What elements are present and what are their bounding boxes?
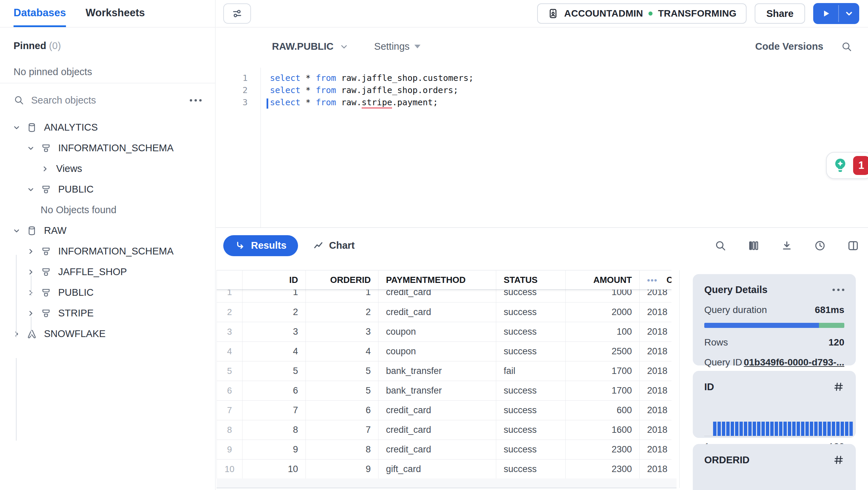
triangle-down-icon xyxy=(414,45,420,48)
histogram-bar xyxy=(722,422,725,436)
tab-worksheets[interactable]: Worksheets xyxy=(86,0,145,27)
tree-item-snowflake[interactable]: SNOWFLAKE xyxy=(0,324,215,344)
column-header-status[interactable]: STATUS xyxy=(496,270,566,290)
object-tree: ANALYTICSINFORMATION_SCHEMAViewsPUBLICNo… xyxy=(0,117,215,344)
histogram-bar xyxy=(739,422,743,436)
column-header-orderid[interactable]: ORDERID xyxy=(306,270,379,290)
orderid-histogram xyxy=(704,476,844,490)
tree-item-information-schema[interactable]: INFORMATION_SCHEMA xyxy=(0,241,215,262)
histogram-bar xyxy=(827,422,831,436)
tree-item-analytics[interactable]: ANALYTICS xyxy=(0,117,215,138)
settings-dropdown[interactable]: Settings xyxy=(374,41,420,52)
column-header-overflow[interactable]: •••CI xyxy=(640,270,672,290)
table-row[interactable]: 665bank_transfersuccess17002018 xyxy=(217,381,672,400)
chevron-down-icon[interactable] xyxy=(26,185,35,194)
warehouse-label: TRANSFORMING xyxy=(658,8,736,19)
table-row[interactable]: 776credit_cardsuccess6002018 xyxy=(217,400,672,420)
query-id-label: Query ID xyxy=(704,357,742,368)
query-duration-value: 681ms xyxy=(815,305,844,315)
chevron-down-icon[interactable] xyxy=(12,226,21,235)
editor-header-right: Code Versions xyxy=(755,41,852,52)
table-row[interactable]: 10109gift_cardsuccess23002018 xyxy=(217,459,672,478)
tree-item-label: INFORMATION_SCHEMA xyxy=(58,142,174,154)
columns-icon[interactable] xyxy=(748,240,760,252)
editor-search-icon[interactable] xyxy=(841,41,852,52)
code-versions-link[interactable]: Code Versions xyxy=(755,41,823,52)
tab-results[interactable]: Results xyxy=(223,235,298,256)
column-stat-title: ORDERID xyxy=(704,454,750,466)
line-number: 2 xyxy=(216,85,260,95)
database-icon xyxy=(26,225,37,236)
table-row[interactable]: 887credit_cardsuccess16002018 xyxy=(217,420,672,440)
history-clock-icon[interactable] xyxy=(814,240,826,252)
column-stat-title: ID xyxy=(704,381,714,393)
histogram-bar xyxy=(775,422,778,436)
tab-chart[interactable]: Chart xyxy=(313,240,355,251)
table-row[interactable]: 222credit_cardsuccess20002018 xyxy=(217,302,672,322)
column-header-id[interactable]: ID xyxy=(243,270,306,290)
query-details-menu[interactable] xyxy=(832,289,844,291)
query-details-card: Query Details Query duration 681ms Rows … xyxy=(693,274,856,365)
tree-item-public[interactable]: PUBLIC xyxy=(0,179,215,200)
chevron-right-icon[interactable] xyxy=(41,164,49,173)
histogram-bar xyxy=(801,422,804,436)
code-line[interactable]: 1select * from raw.jaffle_shop.customers… xyxy=(216,72,868,84)
row-number-header xyxy=(217,270,243,290)
hash-icon[interactable] xyxy=(833,381,844,393)
table-row[interactable]: 333couponsuccess1002018 xyxy=(217,322,672,341)
chevron-right-icon[interactable] xyxy=(26,268,35,276)
code-line[interactable]: 2select * from raw.jaffle_shop.orders; xyxy=(216,84,868,96)
pinned-empty-text: No pinned objects xyxy=(14,66,202,77)
query-id-link[interactable]: 01b349f6-0000-d793-... xyxy=(744,357,844,368)
chevron-down-icon xyxy=(339,42,349,52)
database-context-dropdown[interactable]: RAW.PUBLIC xyxy=(272,41,349,52)
chevron-down-icon[interactable] xyxy=(26,144,35,153)
tree-item-stripe[interactable]: STRIPE xyxy=(0,303,215,324)
column-options-icon[interactable]: ••• xyxy=(647,275,658,285)
tree-item-views[interactable]: Views xyxy=(0,158,215,179)
chevron-right-icon[interactable] xyxy=(12,330,21,338)
tree-item-raw[interactable]: RAW xyxy=(0,220,215,241)
run-options-button[interactable] xyxy=(839,3,859,24)
pinned-count: (0) xyxy=(49,40,61,51)
chevron-down-icon[interactable] xyxy=(12,123,21,132)
download-icon[interactable] xyxy=(781,240,793,252)
results-search-icon[interactable] xyxy=(714,240,727,252)
results-scrollbar[interactable] xyxy=(679,270,680,488)
code-line[interactable]: 3select * from raw.stripe.payment; xyxy=(216,96,868,108)
histogram-bar xyxy=(770,422,774,436)
filters-button[interactable] xyxy=(223,3,251,24)
tree-item-public[interactable]: PUBLIC xyxy=(0,282,215,303)
search-input[interactable]: Search objects xyxy=(31,95,183,106)
results-horizontal-scrollbar[interactable] xyxy=(216,478,677,488)
tree-item-label: ANALYTICS xyxy=(44,122,98,133)
table-row[interactable]: 555bank_transferfail17002018 xyxy=(217,361,672,381)
share-button[interactable]: Share xyxy=(755,3,805,24)
results-table-viewport: 111credit_cardsuccess10002018222credit_c… xyxy=(216,270,671,478)
split-panel-icon[interactable] xyxy=(847,240,859,252)
table-row[interactable]: 444couponsuccess25002018 xyxy=(217,341,672,361)
sql-editor[interactable]: 1select * from raw.jaffle_shop.customers… xyxy=(216,66,868,227)
histogram-bar xyxy=(845,422,848,436)
run-button[interactable] xyxy=(813,3,838,24)
column-header-amount[interactable]: AMOUNT xyxy=(566,270,640,290)
tab-databases[interactable]: Databases xyxy=(14,0,66,27)
chevron-right-icon[interactable] xyxy=(26,247,35,256)
column-header-paymentmethod[interactable]: PAYMENTMETHOD xyxy=(379,270,496,290)
tree-item-jaffle-shop[interactable]: JAFFLE_SHOP xyxy=(0,262,215,282)
line-number: 1 xyxy=(216,73,260,83)
tree-item-label: PUBLIC xyxy=(58,287,94,298)
chevron-right-icon[interactable] xyxy=(26,309,35,318)
hash-icon[interactable] xyxy=(833,454,844,466)
tree-item-no-objects-found[interactable]: No Objects found xyxy=(0,200,215,220)
results-arrow-icon xyxy=(235,240,246,251)
line-number: 3 xyxy=(216,97,260,107)
database-icon xyxy=(26,122,37,133)
results-table-header: IDORDERIDPAYMENTMETHODSTATUSAMOUNT•••CI xyxy=(216,270,671,290)
copilot-suggestion-pill[interactable]: 1 xyxy=(826,152,868,179)
tree-item-information-schema[interactable]: INFORMATION_SCHEMA xyxy=(0,138,215,158)
object-explorer-sidebar: Databases Worksheets Pinned(0) No pinned… xyxy=(0,0,215,490)
table-row[interactable]: 998credit_cardsuccess23002018 xyxy=(217,440,672,459)
sidebar-more-menu[interactable] xyxy=(190,99,202,102)
context-selector-button[interactable]: ACCOUNTADMIN TRANSFORMING xyxy=(537,3,747,24)
